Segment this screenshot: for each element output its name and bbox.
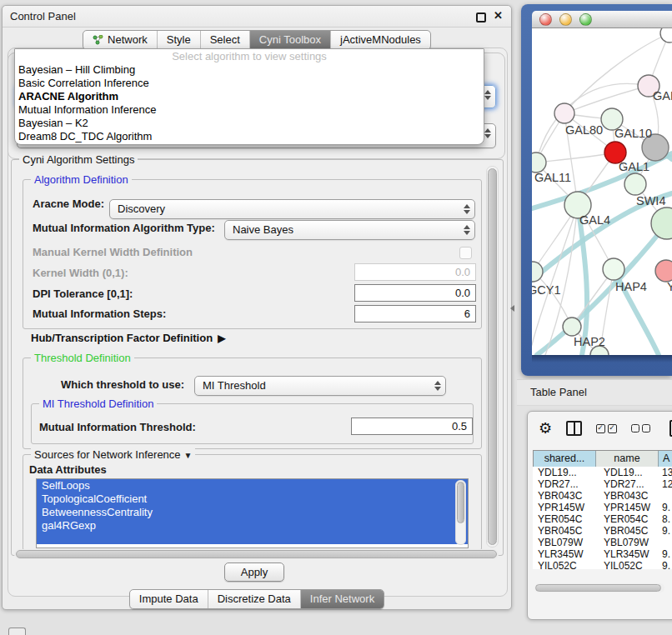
network-node-swi4[interactable]: [624, 173, 646, 195]
table-cell: YER054C: [596, 513, 659, 525]
scrollbar-thumb[interactable]: [488, 168, 497, 545]
aracne-mode-value: Discovery: [118, 200, 165, 218]
tab-discretize-data[interactable]: Discretize Data: [208, 590, 300, 608]
minimized-window-icon[interactable]: [8, 628, 26, 635]
attribute-gal4rgexp[interactable]: gal4RGexp: [37, 519, 468, 532]
table-row[interactable]: YBL079WYBL079W: [533, 537, 672, 548]
network-node-hap4[interactable]: [603, 258, 624, 280]
table-cell: 9.: [659, 525, 672, 537]
kernel-width-label: Kernel Width (0,1):: [33, 267, 128, 279]
group-title: Threshold Definition: [31, 352, 134, 364]
table-row[interactable]: YIL052CYIL052C9.: [533, 560, 672, 569]
table-toolbar: ⚙: [539, 420, 672, 437]
close-window-icon[interactable]: ✕: [494, 9, 503, 22]
combo-arrows-icon: [463, 203, 470, 215]
split-pane-collapse-arrow[interactable]: [510, 305, 514, 312]
attribute-topologicalcoefficient[interactable]: TopologicalCoefficient: [37, 492, 468, 506]
mi-threshold-field[interactable]: 0.5: [351, 418, 473, 435]
node-label-swi4: SWI4: [636, 194, 665, 208]
table-cell: YBL079W: [596, 537, 659, 548]
table-cell: 9.: [659, 548, 672, 560]
mi-steps-field[interactable]: 6: [354, 305, 476, 322]
which-threshold-label: Which threshold to use:: [61, 378, 184, 391]
table-row[interactable]: YDR27...YDR27...12: [533, 478, 672, 490]
table-horizontal-scrollbar[interactable]: [534, 583, 664, 592]
table-cell: YDL19...: [596, 467, 659, 478]
dropdown-item-bayesian-hill-climbing[interactable]: Bayesian – Hill Climbing: [15, 63, 484, 77]
manual-kernel-checkbox[interactable]: [459, 247, 472, 259]
kernel-width-field[interactable]: 0.0: [354, 263, 476, 281]
hide-columns-icon[interactable]: [631, 424, 650, 432]
settings-vertical-scrollbar[interactable]: [486, 166, 499, 548]
tab-infer-network[interactable]: Infer Network: [300, 590, 384, 608]
dpi-tolerance-field[interactable]: 0.0: [354, 284, 476, 302]
show-columns-icon[interactable]: [596, 424, 617, 433]
network-node-gal80[interactable]: [554, 103, 574, 123]
table-row[interactable]: YBR043CYBR043C: [533, 490, 672, 502]
table-row[interactable]: YLR345WYLR345W9.: [533, 548, 672, 560]
network-window-titlebar[interactable]: [532, 11, 672, 28]
tab-network[interactable]: Network: [83, 31, 157, 49]
dropdown-item-bayesian-k2[interactable]: Bayesian – K2: [15, 117, 484, 130]
table-cell: YBR045C: [533, 525, 596, 537]
mi-type-combobox[interactable]: Naive Bayes: [224, 220, 475, 240]
aracne-mode-combobox[interactable]: Discovery: [109, 199, 475, 219]
table-row[interactable]: YDL19...YDL19...13: [533, 467, 672, 478]
apply-button[interactable]: Apply: [224, 562, 284, 582]
tab-cyni-toolbox[interactable]: Cyni Toolbox: [249, 31, 330, 49]
settings-horizontal-scrollbar[interactable]: [14, 549, 499, 559]
dropdown-item-mutual-information-inference[interactable]: Mutual Information Inference: [15, 103, 484, 117]
network-node-gal11[interactable]: [532, 152, 546, 172]
attribute-betweennesscentrality[interactable]: BetweennessCentrality: [37, 506, 468, 519]
dropdown-item-basic-correlation-inference[interactable]: Basic Correlation Inference: [15, 77, 484, 90]
minimize-window-icon[interactable]: [559, 13, 572, 26]
tab-label: Select: [210, 31, 240, 49]
network-node[interactable]: [651, 208, 672, 239]
unchecked-box-icon: [642, 424, 650, 432]
scrollbar-thumb[interactable]: [457, 482, 464, 523]
zoom-window-icon[interactable]: [579, 13, 592, 26]
network-node-y[interactable]: [655, 260, 672, 282]
tab-style[interactable]: Style: [157, 31, 200, 49]
settings-gear-icon[interactable]: ⚙: [539, 420, 552, 437]
float-window-icon[interactable]: [476, 12, 486, 22]
network-graph[interactable]: GAL80GAL10GALGAL1GAL11SWI4GAL4GCY1HAP4YH…: [532, 28, 672, 355]
attributes-scrollbar[interactable]: [455, 480, 466, 545]
control-panel-titlebar[interactable]: Control Panel ✕: [3, 6, 511, 28]
window-inner-shadow: [532, 355, 672, 362]
scrollbar-thumb[interactable]: [535, 584, 661, 592]
dropdown-item-dream8-dc-tdc-algorithm[interactable]: Dream8 DC_TDC Algorithm: [15, 130, 484, 143]
group-title: Algorithm Definition: [31, 173, 132, 186]
node-label-y: Y: [667, 280, 672, 293]
column-header-a[interactable]: A: [659, 451, 672, 468]
table-row[interactable]: YPR145WYPR145W9.: [533, 502, 672, 513]
attribute-selfloops[interactable]: SelfLoops: [37, 479, 468, 492]
sources-toggle[interactable]: Sources for Network Inference▼: [31, 448, 195, 461]
tab-select[interactable]: Select: [200, 31, 249, 49]
which-threshold-combobox[interactable]: MI Threshold: [194, 376, 446, 396]
table-cell: [659, 490, 672, 502]
column-header-shared[interactable]: shared...: [533, 451, 596, 468]
scrollbar-thumb[interactable]: [16, 550, 497, 558]
traffic-lights: [539, 13, 599, 29]
table-panel-bar: Table Panel: [517, 379, 672, 406]
table-cell: YIL052C: [596, 560, 659, 569]
which-threshold-value: MI Threshold: [203, 377, 266, 395]
close-window-icon[interactable]: [539, 13, 552, 26]
network-node-gcy1[interactable]: [532, 262, 543, 282]
dropdown-item-list: Bayesian – Hill ClimbingBasic Correlatio…: [15, 63, 484, 143]
network-edge[interactable]: [536, 152, 615, 162]
attribute-row-partial[interactable]: [37, 532, 468, 544]
hub-definition-toggle[interactable]: Hub/Transcription Factor Definition▶: [31, 332, 225, 344]
network-node-hap2[interactable]: [563, 318, 581, 336]
window-title: Control Panel: [10, 10, 76, 22]
table-row[interactable]: YBR045CYBR045C9.: [533, 525, 672, 537]
column-header-name[interactable]: name: [596, 451, 659, 468]
network-canvas[interactable]: GAL80GAL10GALGAL1GAL11SWI4GAL4GCY1HAP4YH…: [532, 28, 672, 355]
tab-jactivemnodules[interactable]: jActiveMNodules: [330, 31, 430, 49]
tab-impute-data[interactable]: Impute Data: [130, 590, 208, 608]
split-view-icon[interactable]: [566, 421, 582, 436]
network-node[interactable]: [660, 28, 672, 42]
table-row[interactable]: YER054CYER054C8.: [533, 513, 672, 525]
dropdown-item-aracne-algorithm[interactable]: ARACNE Algorithm: [15, 90, 484, 103]
